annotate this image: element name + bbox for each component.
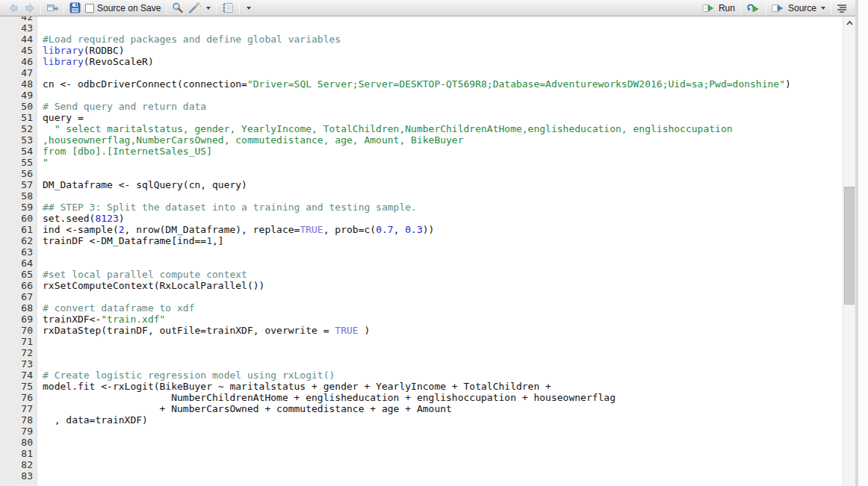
code-line[interactable]: 74# Create logistic regression model usi…	[0, 370, 843, 381]
line-number[interactable]: 66	[0, 280, 33, 291]
vertical-scrollbar[interactable]	[843, 16, 855, 486]
code-line[interactable]: 57DM_Dataframe <- sqlQuery(cn, query)	[0, 179, 843, 190]
code-line[interactable]: 53,houseownerflag,NumberCarsOwned, commu…	[0, 134, 843, 146]
line-number[interactable]: 54	[0, 146, 33, 157]
code-line[interactable]: 60set.seed(8123)	[0, 213, 843, 224]
line-number[interactable]: 60	[0, 213, 33, 224]
code-line[interactable]: 51query =	[0, 112, 843, 123]
line-number[interactable]: 57	[0, 179, 33, 190]
save-button[interactable]	[67, 1, 83, 16]
code-line[interactable]: 61ind <-sample(2, nrow(DM_Dataframe), re…	[0, 224, 843, 235]
code-line[interactable]: 67	[0, 291, 843, 302]
code-line[interactable]: 65#set local parallel compute context	[0, 269, 843, 280]
line-number[interactable]: 78	[0, 414, 33, 426]
line-number[interactable]: 56	[0, 168, 33, 179]
line-number[interactable]: 53	[0, 134, 33, 146]
code-tools-button[interactable]	[186, 1, 213, 16]
code-line[interactable]: 52 " select maritalstatus, gender, Yearl…	[0, 123, 843, 134]
line-number[interactable]: 81	[0, 448, 33, 459]
code-line[interactable]: 58	[0, 190, 843, 202]
code-line[interactable]: 46library(RevoScaleR)	[0, 56, 843, 67]
code-line[interactable]: 49	[0, 90, 843, 101]
line-number[interactable]: 49	[0, 90, 33, 101]
line-number[interactable]: 46	[0, 56, 33, 67]
line-number[interactable]: 80	[0, 437, 33, 448]
line-number[interactable]: 64	[0, 258, 33, 269]
compile-report-button[interactable]	[220, 1, 236, 16]
source-on-save-toggle[interactable]: Source on Save	[83, 1, 163, 16]
line-number[interactable]: 45	[0, 45, 33, 56]
line-number[interactable]: 42	[0, 16, 33, 22]
code-line[interactable]: 42	[0, 16, 843, 22]
line-number[interactable]: 73	[0, 358, 33, 370]
code-line[interactable]: 72	[0, 347, 843, 358]
code-line[interactable]: 56	[0, 168, 843, 179]
line-number[interactable]: 67	[0, 291, 33, 302]
code-line[interactable]: 80	[0, 437, 843, 448]
line-number[interactable]: 82	[0, 459, 33, 470]
code-line[interactable]: 64	[0, 258, 843, 269]
scrollbar-up-button[interactable]	[843, 16, 855, 29]
line-number[interactable]: 43	[0, 22, 33, 34]
code-line[interactable]: 66rxSetComputeContext(RxLocalParallel())	[0, 280, 843, 291]
code-line[interactable]: 50# Send query and return data	[0, 101, 843, 112]
line-number[interactable]: 52	[0, 123, 33, 134]
line-number[interactable]: 48	[0, 78, 33, 90]
line-number[interactable]: 55	[0, 157, 33, 168]
code-line[interactable]: 79	[0, 426, 843, 437]
source-on-save-checkbox[interactable]	[85, 4, 94, 13]
source-button[interactable]: Source	[769, 1, 828, 16]
open-new-window-button[interactable]	[44, 1, 61, 16]
code-line[interactable]: 59## STEP 3: Split the dataset into a tr…	[0, 202, 843, 213]
find-replace-button[interactable]	[170, 1, 186, 16]
line-number[interactable]: 44	[0, 34, 33, 45]
line-number[interactable]: 79	[0, 426, 33, 437]
line-number[interactable]: 47	[0, 67, 33, 78]
line-number[interactable]: 65	[0, 269, 33, 280]
code-line[interactable]: 82	[0, 459, 843, 470]
line-number[interactable]: 63	[0, 246, 33, 258]
line-number[interactable]: 71	[0, 336, 33, 347]
code-line[interactable]: 77 + NumberCarsOwned + commutedistance +…	[0, 403, 843, 414]
line-number[interactable]: 61	[0, 224, 33, 235]
code-line[interactable]: 55"	[0, 157, 843, 168]
line-number[interactable]: 51	[0, 112, 33, 123]
line-number[interactable]: 50	[0, 101, 33, 112]
line-number[interactable]: 58	[0, 190, 33, 202]
back-button[interactable]	[6, 1, 22, 16]
document-outline-button[interactable]	[834, 1, 849, 16]
code-line[interactable]: 63	[0, 246, 843, 258]
line-number[interactable]: 59	[0, 202, 33, 213]
line-number[interactable]: 83	[0, 470, 33, 482]
line-number[interactable]: 62	[0, 235, 33, 246]
code-line[interactable]: 70rxDataStep(trainDF, outFile=trainXDF, …	[0, 325, 843, 336]
code-line[interactable]: 83	[0, 470, 843, 482]
line-number[interactable]: 70	[0, 325, 33, 336]
code-line[interactable]: 68# convert dataframe to xdf	[0, 302, 843, 314]
line-number[interactable]: 69	[0, 314, 33, 325]
code-line[interactable]: 71	[0, 336, 843, 347]
forward-button[interactable]	[22, 1, 37, 16]
line-number[interactable]: 76	[0, 392, 33, 403]
more-options-dropdown[interactable]	[243, 1, 253, 16]
code-line[interactable]: 69trainXDF<-"train.xdf"	[0, 314, 843, 325]
code-line[interactable]: 44#Load required packages and define glo…	[0, 34, 843, 45]
scrollbar-thumb[interactable]	[844, 187, 855, 305]
rerun-button[interactable]	[744, 1, 763, 16]
code-line[interactable]: 76 NumberChildrenAtHome + englisheducati…	[0, 392, 843, 403]
code-line[interactable]: 73	[0, 358, 843, 370]
run-button[interactable]: Run	[700, 1, 737, 16]
code-line[interactable]: 62trainDF <-DM_Dataframe[ind==1,]	[0, 235, 843, 246]
code-editor[interactable]: 424344#Load required packages and define…	[0, 16, 843, 486]
code-line[interactable]: 81	[0, 448, 843, 459]
code-line[interactable]: 43	[0, 22, 843, 34]
code-line[interactable]: 47	[0, 67, 843, 78]
line-number[interactable]: 77	[0, 403, 33, 414]
line-number[interactable]: 74	[0, 370, 33, 381]
code-line[interactable]: 75model.fit <-rxLogit(BikeBuyer ~ marita…	[0, 381, 843, 392]
code-line[interactable]: 45library(RODBC)	[0, 45, 843, 56]
code-line[interactable]: 78 , data=trainXDF)	[0, 414, 843, 426]
code-line[interactable]: 48cn <- odbcDriverConnect(connection="Dr…	[0, 78, 843, 90]
line-number[interactable]: 75	[0, 381, 33, 392]
code-line[interactable]: 54from [dbo].[InternetSales_US]	[0, 146, 843, 157]
